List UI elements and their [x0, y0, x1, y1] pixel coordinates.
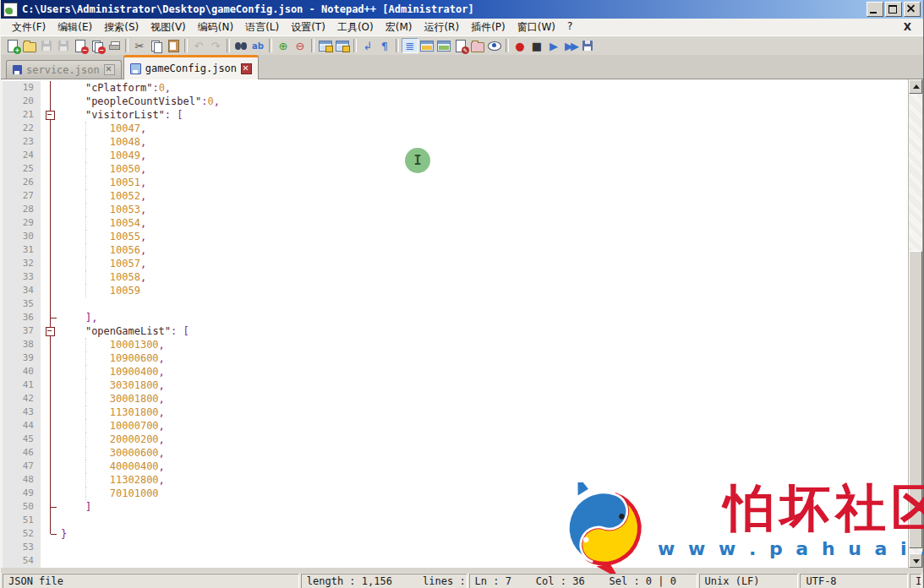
save-icon[interactable]: [38, 38, 55, 53]
menu-item-4[interactable]: 编码(N): [192, 19, 239, 36]
code-text[interactable]: [61, 297, 908, 311]
zoom-out-icon[interactable]: ⊖: [292, 38, 309, 53]
cut-icon[interactable]: ✂: [131, 38, 148, 53]
menu-item-11[interactable]: 窗口(W): [511, 19, 561, 36]
paste-icon[interactable]: [165, 38, 182, 53]
show-all-characters-icon[interactable]: ¶: [376, 38, 393, 53]
menu-item-6[interactable]: 设置(T): [285, 19, 331, 36]
macro-save-icon[interactable]: [579, 38, 596, 53]
function-list-icon[interactable]: ✎: [452, 38, 469, 53]
redo-icon[interactable]: ↷: [207, 38, 224, 53]
tab-close-icon[interactable]: [241, 63, 252, 74]
menu-item-8[interactable]: 宏(M): [380, 19, 418, 36]
code-text[interactable]: 40000400,: [61, 460, 908, 473]
code-text[interactable]: 10050,: [61, 162, 908, 176]
scroll-up-icon[interactable]: [909, 79, 922, 94]
code-text[interactable]: [61, 514, 908, 527]
menu-item-0[interactable]: 文件(F): [6, 19, 52, 36]
code-text[interactable]: 10001300,: [61, 338, 908, 351]
fold-collapse-icon[interactable]: [41, 324, 61, 338]
code-text[interactable]: 11301800,: [61, 406, 908, 419]
code-text[interactable]: 10900600,: [61, 351, 908, 365]
indent-guide: [85, 230, 86, 243]
menu-item-3[interactable]: 视图(V): [145, 19, 192, 36]
status-eol-format[interactable]: Unix (LF): [699, 574, 799, 588]
replace-icon[interactable]: ab: [249, 38, 266, 53]
show-indent-guide-icon[interactable]: ≣: [402, 38, 418, 53]
code-text[interactable]: 10055,: [61, 230, 908, 243]
maximize-button[interactable]: [885, 2, 902, 17]
macro-run-multiple-icon[interactable]: ▶▶: [562, 38, 579, 53]
sync-horizontal-scroll-icon[interactable]: [334, 38, 351, 53]
print-icon[interactable]: [106, 38, 123, 53]
document-close-x[interactable]: X: [897, 21, 918, 33]
code-text[interactable]: 30301800,: [61, 378, 908, 392]
code-text[interactable]: "cPlatform":0,: [61, 81, 908, 95]
code-text[interactable]: [61, 554, 908, 568]
code-text[interactable]: "peopleCountVisbel":0,: [61, 95, 908, 108]
tab-gameconfig-json[interactable]: gameConfig.json: [123, 55, 259, 79]
menu-item-7[interactable]: 工具(O): [331, 19, 380, 36]
folder-as-workspace-icon[interactable]: [469, 38, 486, 53]
menu-item-10[interactable]: 插件(P): [465, 19, 511, 36]
sync-vertical-scroll-icon[interactable]: [317, 38, 334, 53]
code-view[interactable]: 19 "cPlatform":0,20 "peopleCountVisbel":…: [3, 79, 908, 568]
line-number: 44: [3, 419, 41, 433]
macro-record-icon[interactable]: ●: [511, 38, 528, 53]
code-text[interactable]: ]: [61, 500, 908, 514]
code-text[interactable]: 10052,: [61, 189, 908, 203]
menu-item-9[interactable]: 运行(R): [418, 19, 465, 36]
code-text[interactable]: 10056,: [61, 243, 908, 257]
minimize-button[interactable]: [867, 2, 883, 17]
close-all-icon[interactable]: −: [89, 38, 106, 53]
zoom-in-icon[interactable]: ⊕: [275, 38, 292, 53]
code-text[interactable]: "visitorList": [: [61, 108, 908, 122]
scroll-down-icon[interactable]: [909, 553, 922, 568]
code-text[interactable]: 10900400,: [61, 365, 908, 378]
document-monitor-icon[interactable]: [486, 38, 503, 53]
new-file-icon[interactable]: +: [4, 38, 21, 53]
macro-play-icon[interactable]: ▶: [545, 38, 562, 53]
code-text[interactable]: 11302800,: [61, 473, 908, 487]
close-file-icon[interactable]: −: [72, 38, 89, 53]
code-text[interactable]: 30001800,: [61, 392, 908, 406]
tab-service-json[interactable]: service.json: [6, 60, 122, 79]
macro-stop-icon[interactable]: ■: [528, 38, 545, 53]
fold-collapse-icon[interactable]: [41, 108, 61, 122]
menu-item-2[interactable]: 搜索(S): [98, 19, 145, 36]
code-text[interactable]: 10051,: [61, 176, 908, 189]
menu-item-12[interactable]: ?: [561, 19, 578, 36]
code-text[interactable]: [61, 541, 908, 554]
scrollbar-thumb[interactable]: [909, 251, 922, 548]
tab-close-icon[interactable]: [104, 64, 115, 75]
save-all-icon[interactable]: [55, 38, 72, 53]
document-map-icon[interactable]: [435, 38, 452, 53]
code-text[interactable]: }: [61, 527, 908, 541]
code-text[interactable]: 10053,: [61, 203, 908, 216]
user-define-dialog-icon[interactable]: [418, 38, 435, 53]
menu-item-1[interactable]: 编辑(E): [52, 19, 98, 36]
code-text[interactable]: 10058,: [61, 270, 908, 284]
vertical-scrollbar[interactable]: [908, 79, 922, 568]
close-button[interactable]: [904, 2, 921, 17]
find-icon[interactable]: [232, 38, 249, 53]
code-text[interactable]: 70101000: [61, 487, 908, 500]
code-text[interactable]: 10057,: [61, 257, 908, 270]
word-wrap-icon[interactable]: ↲: [359, 38, 376, 53]
code-text[interactable]: 10047,: [61, 122, 908, 135]
status-encoding[interactable]: UTF-8: [800, 574, 908, 588]
code-text[interactable]: 10054,: [61, 216, 908, 230]
status-insert-mode[interactable]: INS: [910, 574, 921, 588]
menu-item-5[interactable]: 语言(L): [239, 19, 285, 36]
code-text[interactable]: 20000200,: [61, 433, 908, 446]
code-text[interactable]: 10048,: [61, 135, 908, 149]
code-text[interactable]: 10059: [61, 284, 908, 297]
open-file-icon[interactable]: [21, 38, 38, 53]
code-text[interactable]: 10049,: [61, 149, 908, 162]
code-text[interactable]: "openGameList": [: [61, 324, 908, 338]
undo-icon[interactable]: ↶: [190, 38, 207, 53]
code-text[interactable]: 30000600,: [61, 446, 908, 460]
copy-icon[interactable]: [148, 38, 165, 53]
code-text[interactable]: 10000700,: [61, 419, 908, 433]
code-text[interactable]: ],: [61, 311, 908, 324]
